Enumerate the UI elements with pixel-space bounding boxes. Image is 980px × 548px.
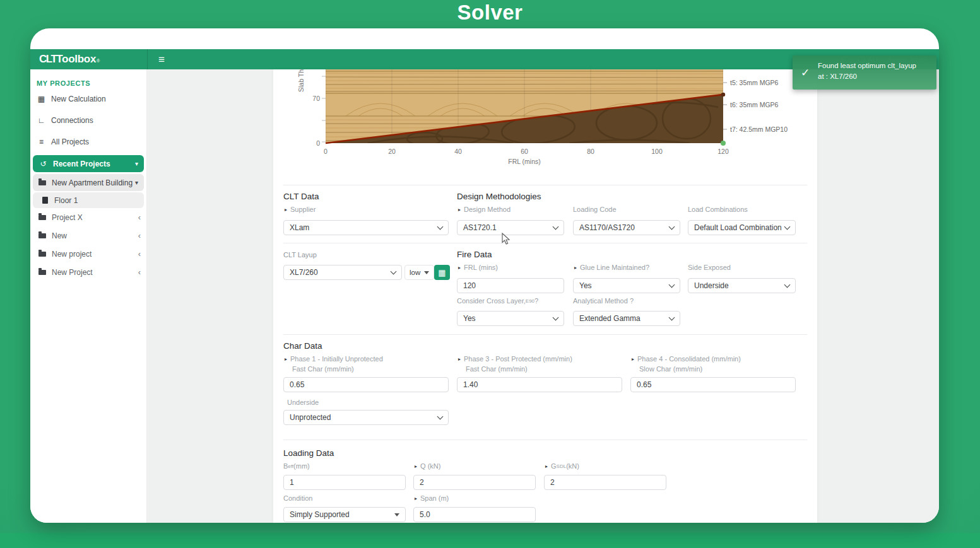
svg-text:t7: 42.5mm MGP10: t7: 42.5mm MGP10	[730, 125, 788, 133]
registered-mark: ®	[97, 59, 100, 63]
chevron-down-icon	[669, 223, 675, 230]
gsdl-label: ▸ GSDL (kN)	[545, 462, 579, 470]
supplier-value: XLam	[290, 223, 309, 232]
chevron-down-icon	[669, 314, 675, 320]
frl-input[interactable]: 120	[457, 278, 564, 293]
chevron-down-icon	[437, 413, 444, 419]
sidebar-item-label: New Project	[52, 268, 93, 277]
frl-value: 120	[463, 281, 476, 290]
supplier-select[interactable]: XLam	[283, 220, 449, 235]
field-marker-icon: ▸	[415, 496, 417, 501]
sidebar-item-label: New Apartment Building	[52, 178, 133, 187]
underside-label: Underside	[287, 399, 319, 406]
toast-line1: Found least optimum clt_layup	[818, 62, 916, 69]
loading-data-heading: Loading Data	[283, 448, 334, 458]
list-icon: ≡	[37, 137, 46, 146]
char-data-heading: Char Data	[283, 341, 322, 351]
phase4-label-line1: ▸ Phase 4 - Consolidated (mm/min)	[632, 355, 741, 363]
sidebar-item-new-calculation[interactable]: ▦ New Calculation	[30, 88, 146, 110]
sidebar-item-new-apartment-building[interactable]: New Apartment Building ▾	[33, 174, 144, 191]
span-value: 5.0	[420, 510, 430, 519]
folder-icon	[38, 270, 46, 275]
sidebar-item-label: Project X	[52, 213, 83, 222]
loading-code-label: Loading Code	[573, 206, 617, 213]
supplier-label: ▸ Supplier	[285, 206, 316, 213]
sidebar-item-project-x[interactable]: Project X ‹	[30, 208, 146, 226]
history-icon: ↺	[38, 160, 48, 168]
app-window: CLTToolbox® ≡ AU Adam Jones MY PROJECTS …	[30, 28, 939, 523]
calculator-icon: ▦	[438, 268, 446, 277]
section-divider	[283, 185, 807, 185]
q-input[interactable]: 2	[413, 475, 536, 490]
phase1-fast-char-input[interactable]: 0.65	[283, 377, 449, 392]
solver-form-card: 020406080100120070FRL (mins)Slab Thickne…	[273, 69, 817, 523]
phase4-slow-char-input[interactable]: 0.65	[630, 377, 796, 392]
beff-label: B eff (mm)	[283, 462, 310, 470]
sidebar-item-floor-1[interactable]: Floor 1	[33, 192, 144, 208]
glue-line-value: Yes	[579, 281, 592, 290]
main-content-area: 020406080100120070FRL (mins)Slab Thickne…	[147, 69, 939, 523]
sidebar-item-new[interactable]: New ‹	[30, 226, 146, 245]
load-combinations-value: Default Load Combination	[694, 223, 782, 232]
gsdl-input[interactable]: 2	[544, 475, 666, 490]
folder-icon	[38, 233, 46, 238]
span-label: ▸ Span (m)	[415, 494, 449, 502]
sidebar-item-new-project-upper[interactable]: New Project ‹	[30, 263, 146, 281]
phase3-fast-char-input[interactable]: 1.40	[457, 377, 622, 392]
field-marker-icon: ▸	[285, 207, 287, 213]
chevron-left-icon: ‹	[138, 213, 141, 221]
mouse-cursor	[501, 233, 512, 245]
svg-text:t6: 35mm MGP6: t6: 35mm MGP6	[730, 101, 779, 108]
section-divider	[283, 334, 807, 335]
glue-line-select[interactable]: Yes	[573, 278, 680, 293]
clt-data-heading: CLT Data	[283, 192, 319, 201]
chevron-left-icon: ‹	[138, 250, 141, 258]
clt-layup-select[interactable]: XL7/260	[283, 265, 402, 280]
load-combinations-select[interactable]: Default Load Combination	[688, 220, 796, 235]
cross-layer-label: Consider Cross Layer, E90?	[457, 297, 538, 305]
calculator-icon: ▦	[37, 95, 46, 103]
design-method-label: ▸ Design Method	[458, 206, 511, 213]
field-marker-icon: ▸	[574, 265, 577, 271]
layup-calculator-button[interactable]: ▦	[434, 265, 450, 280]
sidebar-item-recent-projects[interactable]: ↺ Recent Projects ▾	[33, 155, 144, 172]
layup-grade-select[interactable]: low	[404, 265, 434, 280]
chevron-down-icon	[391, 268, 397, 274]
connections-icon: ∟	[37, 116, 46, 125]
chevron-down-icon	[553, 314, 559, 320]
sidebar-item-label: All Projects	[51, 137, 89, 146]
chevron-down-icon: ▾	[135, 160, 138, 167]
svg-text:20: 20	[388, 148, 396, 155]
condition-label: Condition	[283, 494, 312, 502]
underside-select[interactable]: Unprotected	[283, 410, 449, 425]
svg-text:60: 60	[521, 148, 528, 155]
sidebar-item-connections[interactable]: ∟ Connections	[30, 110, 146, 131]
axis-end-dot	[721, 141, 726, 146]
frl-label: ▸ FRL (mins)	[458, 264, 498, 271]
svg-text:80: 80	[587, 148, 594, 155]
underside-value: Unprotected	[290, 413, 331, 422]
hamburger-menu-icon[interactable]: ≡	[158, 54, 165, 65]
beff-input[interactable]: 1	[283, 475, 406, 490]
analytical-method-select[interactable]: Extended Gamma	[573, 311, 680, 326]
svg-text:FRL (mins): FRL (mins)	[508, 158, 541, 165]
sidebar-item-label: Floor 1	[54, 196, 78, 205]
section-divider	[283, 440, 807, 440]
clt-layup-value: XL7/260	[290, 268, 318, 277]
field-marker-icon: ▸	[632, 356, 634, 362]
span-input[interactable]: 5.0	[413, 507, 536, 522]
condition-select[interactable]: Simply Supported	[283, 507, 406, 522]
gsdl-value: 2	[550, 478, 555, 487]
side-exposed-value: Underside	[694, 281, 729, 290]
field-marker-icon: ▸	[545, 463, 548, 469]
chevron-down-icon	[784, 223, 791, 230]
chevron-left-icon: ‹	[138, 231, 141, 240]
toast-notification[interactable]: ✓ Found least optimum clt_layup at : XL7…	[793, 55, 936, 90]
sidebar-item-new-project-lower[interactable]: New project ‹	[30, 245, 146, 263]
cross-layer-select[interactable]: Yes	[457, 311, 564, 326]
beff-value: 1	[290, 478, 294, 487]
sidebar-item-all-projects[interactable]: ≡ All Projects	[30, 131, 146, 153]
loading-code-select[interactable]: AS1170/AS1720	[573, 220, 680, 235]
analytical-method-label: Analytical Method ?	[573, 297, 634, 305]
side-exposed-select[interactable]: Underside	[688, 278, 796, 293]
